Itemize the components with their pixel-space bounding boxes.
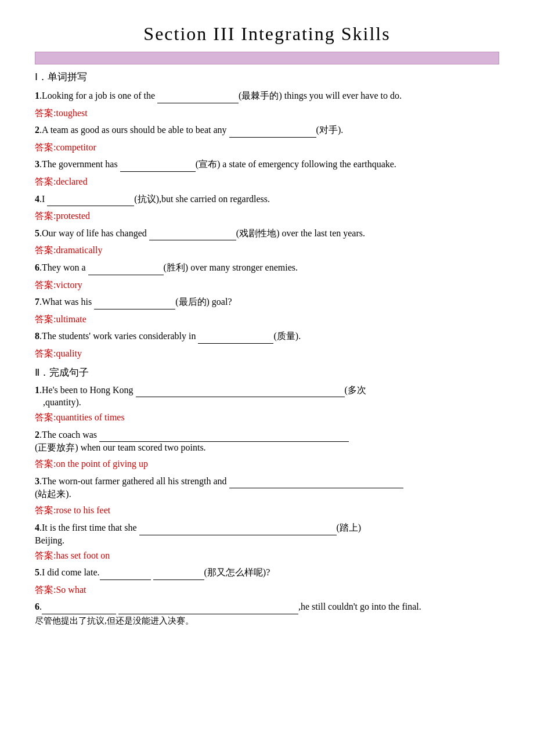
- q4-answer: 答案:protested: [35, 208, 499, 224]
- q8-hint: (质量).: [273, 331, 301, 341]
- q5-hint: (戏剧性地) over the last ten years.: [236, 228, 365, 238]
- s2q5-answer: 答案:So what: [35, 582, 499, 597]
- q1-text-before: .Looking for a job is one of the: [39, 91, 157, 100]
- q7-text-before: .What was his: [39, 297, 94, 307]
- question-2: 2.A team as good as ours should be able …: [35, 123, 499, 138]
- q3-blank: [120, 171, 196, 172]
- q8-text-before: .The students' work varies considerably …: [39, 331, 198, 341]
- q7-answer: 答案:ultimate: [35, 312, 499, 327]
- question-7: 7.What was his (最后的) goal?: [35, 294, 499, 309]
- s2q1-text: .He's been to Hong Kong: [39, 385, 136, 395]
- s2q5-hint: (那又怎么样呢)?: [204, 567, 270, 577]
- q1-answer: 答案:toughest: [35, 106, 499, 121]
- q4-blank: [47, 206, 134, 206]
- s2q6-blank2: [118, 614, 298, 614]
- q7-blank: [94, 309, 175, 309]
- q2-blank: [229, 137, 316, 138]
- q4-hint: (抗议),but she carried on regardless.: [134, 194, 270, 204]
- q2-num: 2: [35, 125, 39, 135]
- s2q5-text: .I did come late.: [39, 567, 100, 577]
- question-3: 3.The government has (宣布) a state of eme…: [35, 157, 499, 172]
- s2q2-line2: (正要放弃) when our team scored two points.: [35, 442, 499, 454]
- s2q3-answer: 答案:rose to his feet: [35, 503, 499, 518]
- s2q2-num: 2: [35, 430, 39, 440]
- s2q3-num: 3: [35, 476, 39, 486]
- section1-heading: Ⅰ．单词拼写: [35, 70, 499, 84]
- q3-answer: 答案:declared: [35, 174, 499, 189]
- question-6: 6.They won a (胜利) over many stronger ene…: [35, 260, 499, 275]
- s2q4-answer: 答案:has set foot on: [35, 548, 499, 563]
- section2-question-5: 5.I did come late. (那又怎么样呢)?: [35, 565, 499, 580]
- s2q4-num: 4: [35, 523, 39, 532]
- page-title: Section III Integrating Skills: [35, 23, 499, 45]
- q6-num: 6: [35, 262, 39, 272]
- s2q3-text: .The worn-out farmer gathered all his st…: [39, 476, 229, 486]
- s2q1-hint: (多次: [345, 385, 366, 395]
- q3-text-before: .The government has: [39, 159, 120, 169]
- q4-num: 4: [35, 194, 39, 204]
- q8-blank: [198, 343, 273, 344]
- s2q5-num: 5: [35, 567, 39, 577]
- s2q2-text: .The coach was: [39, 430, 99, 440]
- q3-num: 3: [35, 159, 39, 169]
- s2q6-blank1: [42, 614, 116, 614]
- q2-answer: 答案:competitor: [35, 140, 499, 155]
- s2q2-answer: 答案:on the point of giving up: [35, 456, 499, 471]
- question-4: 4.I (抗议),but she carried on regardless.: [35, 192, 499, 207]
- section2-question-3: 3.The worn-out farmer gathered all his s…: [35, 474, 499, 501]
- q6-hint: (胜利) over many stronger enemies.: [164, 262, 298, 272]
- q2-text-before: .A team as good as ours should be able t…: [39, 125, 229, 135]
- q5-answer: 答案:dramatically: [35, 243, 499, 258]
- s2q5-space: [151, 567, 153, 577]
- q7-hint: (最后的) goal?: [175, 297, 232, 307]
- s2q3-blank: [229, 488, 403, 488]
- q1-num: 1: [35, 91, 39, 100]
- s2q1-num: 1: [35, 385, 39, 395]
- q6-blank: [88, 275, 164, 275]
- q4-text-before: .I: [39, 194, 47, 204]
- s2q4-hint: (踏上): [337, 523, 362, 532]
- section2-question-6: 6. ,he still couldn't go into the final.…: [35, 599, 499, 627]
- q5-text-before: .Our way of life has changed: [39, 228, 149, 238]
- q8-num: 8: [35, 331, 39, 341]
- q1-hint: (最棘手的) things you will ever have to do.: [239, 91, 402, 100]
- s2q4-blank: [139, 535, 337, 535]
- s2q6-space: [116, 602, 118, 611]
- s2q1-blank: [136, 397, 345, 397]
- q3-hint: (宣布) a state of emergency following the …: [196, 159, 396, 169]
- question-5: 5.Our way of life has changed (戏剧性地) ove…: [35, 226, 499, 241]
- q2-hint: (对手).: [316, 125, 344, 135]
- q7-num: 7: [35, 297, 39, 307]
- s2q6-num: 6: [35, 602, 39, 611]
- question-1: 1.Looking for a job is one of the (最棘手的)…: [35, 88, 499, 103]
- q5-blank: [149, 240, 236, 240]
- q5-num: 5: [35, 228, 39, 238]
- s2q5-blank1: [100, 579, 151, 580]
- s2q1-answer: 答案:quantities of times: [35, 410, 499, 425]
- highlight-bar: [35, 52, 499, 64]
- s2q6-dot: .: [39, 602, 42, 611]
- s2q4-text: .It is the first time that she: [39, 523, 139, 532]
- q8-answer: 答案:quality: [35, 346, 499, 361]
- q1-blank: [157, 103, 239, 103]
- s2q6-chinese: 尽管他提出了抗议,但还是没能进入决赛。: [35, 615, 499, 627]
- question-8: 8.The students' work varies considerably…: [35, 329, 499, 344]
- section2-question-4: 4.It is the first time that she (踏上) Bei…: [35, 520, 499, 546]
- s2q5-blank2: [153, 579, 204, 580]
- s2q6-text-mid: ,he still couldn't go into the final.: [298, 602, 421, 611]
- section2-question-1: 1.He's been to Hong Kong (多次 ,quantity).: [35, 383, 499, 408]
- s2q4-line2: Beijing.: [35, 535, 499, 546]
- section2-heading: Ⅱ．完成句子: [35, 366, 499, 379]
- s2q3-line2: (站起来).: [35, 488, 499, 501]
- q6-answer: 答案:victory: [35, 278, 499, 293]
- q6-text-before: .They won a: [39, 262, 88, 272]
- section2-question-2: 2.The coach was (正要放弃) when our team sco…: [35, 427, 499, 455]
- s2q1-line2: ,quantity).: [35, 397, 499, 408]
